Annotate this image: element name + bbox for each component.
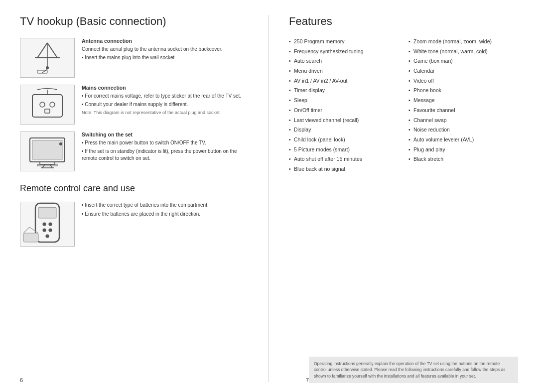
- list-item: Frequency synthesized tuning: [289, 48, 399, 55]
- features-col-2: Zoom mode (normal, zoom, wide) White ton…: [408, 38, 518, 175]
- list-item: Auto volume leveler (AVL): [408, 136, 518, 143]
- svg-rect-27: [23, 233, 38, 242]
- list-item: Auto shut off after 15 minutes: [289, 155, 399, 163]
- switching-line-2: • If the set is on standby (indicator is…: [82, 148, 254, 162]
- features-title: Features: [289, 15, 518, 28]
- svg-point-16: [59, 142, 62, 145]
- list-item: 250 Program memory: [289, 38, 399, 45]
- svg-point-23: [48, 222, 52, 226]
- list-item: AV in1 / AV in2 / AV-out: [289, 77, 399, 85]
- svg-rect-14: [40, 162, 55, 164]
- remote-image: [20, 202, 75, 247]
- svg-point-22: [42, 222, 46, 226]
- mains-line-1: • For correct mains voltage, refer to ty…: [82, 93, 254, 100]
- svg-line-1: [47, 43, 57, 58]
- svg-rect-13: [32, 140, 62, 159]
- mains-title: Mains connection: [82, 85, 254, 91]
- features-list: 250 Program memory Frequency synthesized…: [289, 38, 518, 175]
- svg-rect-21: [38, 207, 56, 218]
- mains-note: Note: This diagram is not representative…: [82, 110, 254, 116]
- switching-text: Switching on the set • Press the main po…: [82, 131, 254, 171]
- mains-block: Mains connection • For correct mains vol…: [20, 85, 254, 125]
- switching-line-1: • Press the main power button to switch …: [82, 139, 254, 147]
- mains-line-2: • Consult your dealer if mains supply is…: [82, 101, 254, 109]
- list-item: White tone (normal, warm, cold): [408, 48, 518, 55]
- svg-point-4: [46, 66, 49, 69]
- antenna-image: [20, 38, 75, 78]
- page-number-right: 7: [306, 377, 309, 383]
- switching-image: [20, 131, 75, 171]
- list-item: On/Off timer: [289, 107, 399, 114]
- svg-rect-7: [32, 95, 62, 117]
- antenna-title: Antenna connection: [82, 38, 254, 44]
- mains-image: [20, 85, 75, 125]
- features-list-2: Zoom mode (normal, zoom, wide) White ton…: [408, 38, 518, 163]
- list-item: Message: [408, 97, 518, 104]
- remote-title: Remote control care and use: [20, 183, 254, 194]
- antenna-line-1: Connect the aerial plug to the antenna s…: [82, 46, 254, 53]
- list-item: Channel swap: [408, 117, 518, 124]
- antenna-line-2: • Insert the mains plug into the wall so…: [82, 54, 254, 62]
- list-item: Black stretch: [408, 155, 518, 163]
- list-item: Plug and play: [408, 146, 518, 153]
- svg-rect-15: [37, 164, 57, 166]
- remote-line-1: • Insert the correct type of batteries i…: [82, 202, 209, 209]
- list-item: Menu driven: [289, 67, 399, 75]
- remote-block: • Insert the correct type of batteries i…: [20, 202, 254, 247]
- list-item: Favourite channel: [408, 107, 518, 114]
- antenna-text: Antenna connection Connect the aerial pl…: [82, 38, 254, 78]
- footer-note-text: Operating instructions generally explain…: [314, 361, 506, 379]
- list-item: Video off: [408, 77, 518, 85]
- list-item: Game (box man): [408, 57, 518, 65]
- remote-line-2: • Ensure the batteries are placed in the…: [82, 211, 209, 218]
- svg-rect-10: [45, 109, 50, 113]
- remote-section: Remote control care and use: [20, 183, 254, 247]
- features-list-1: 250 Program memory Frequency synthesized…: [289, 38, 399, 173]
- list-item: Noise reduction: [408, 126, 518, 133]
- svg-point-9: [50, 102, 55, 107]
- antenna-block: Antenna connection Connect the aerial pl…: [20, 38, 254, 78]
- list-item: Calendar: [408, 67, 518, 75]
- footer-note: Operating instructions generally explain…: [309, 357, 518, 383]
- switching-block: Switching on the set • Press the main po…: [20, 131, 254, 171]
- svg-point-8: [40, 102, 45, 107]
- list-item: Display: [289, 126, 399, 133]
- svg-point-26: [45, 234, 49, 238]
- svg-line-0: [37, 43, 47, 58]
- svg-point-24: [42, 228, 46, 232]
- list-item: 5 Picture modes (smart): [289, 146, 399, 153]
- page-number-left: 6: [20, 377, 23, 383]
- svg-line-5: [42, 69, 47, 73]
- page-container: TV hookup (Basic connection) Antenna con…: [0, 0, 538, 392]
- list-item: Timer display: [289, 87, 399, 94]
- list-item: Blue back at no signal: [289, 165, 399, 173]
- list-item: Last viewed channel (recall): [289, 117, 399, 124]
- list-item: Auto search: [289, 57, 399, 65]
- main-title: TV hookup (Basic connection): [20, 15, 254, 28]
- features-col-1: 250 Program memory Frequency synthesized…: [289, 38, 399, 175]
- remote-text: • Insert the correct type of batteries i…: [82, 202, 209, 219]
- left-column: TV hookup (Basic connection) Antenna con…: [20, 15, 269, 382]
- svg-point-25: [48, 228, 52, 232]
- list-item: Zoom mode (normal, zoom, wide): [408, 38, 518, 45]
- list-item: Sleep: [289, 97, 399, 104]
- switching-title: Switching on the set: [82, 131, 254, 137]
- list-item: Phone book: [408, 87, 518, 94]
- list-item: Child lock (panel lock): [289, 136, 399, 143]
- mains-text: Mains connection • For correct mains vol…: [82, 85, 254, 125]
- right-column: Features 250 Program memory Frequency sy…: [269, 15, 518, 382]
